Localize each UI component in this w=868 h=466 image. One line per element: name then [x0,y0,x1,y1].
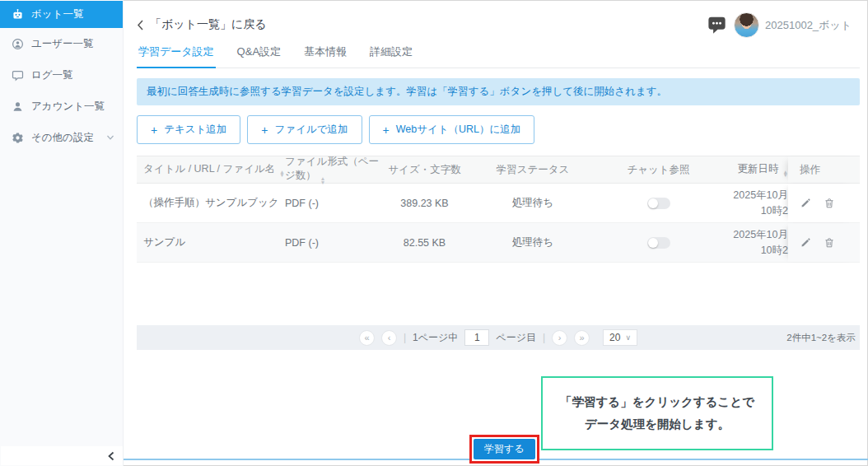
pagination-summary: 2件中1~2を表示 [786,332,860,344]
cell-updated: 2025年10月10時2 [714,227,788,259]
plus-icon: + [151,126,157,134]
sidebar-item-logs[interactable]: ログ一覧 [0,59,123,91]
learning-data-table: タイトル / URL / ファイル名▲▼ ファイル形式（ページ数）▲▼ サイズ・… [137,156,860,350]
callout-line1: 「学習する」をクリックすることで [560,391,754,413]
column-header-format[interactable]: ファイル形式（ページ数）▲▼ [285,155,386,184]
back-link-label: 「ボット一覧」に戻る [150,17,267,32]
sidebar: ボット一覧 ユーザー一覧 ログ一覧 アカウント一覧 その他の設定 [0,0,124,466]
first-page-button[interactable]: « [359,330,375,346]
account-icon [12,100,24,113]
column-header-chat-ref: チャット参照 [603,163,714,177]
sidebar-item-label: ボット一覧 [31,7,83,21]
add-text-label: テキスト追加 [164,123,226,137]
pagination-controls: « ‹ | 1ページ中 ページ目 | › » 20 ∨ [359,329,637,346]
add-text-button[interactable]: + テキスト追加 [137,115,240,144]
page-size-value: 20 [609,332,620,343]
info-banner: 最初に回答生成時に参照する学習データを設定します。学習は「学習する」ボタンを押し… [137,78,860,105]
edit-icon[interactable] [800,198,811,209]
chevron-down-icon: ∨ [625,333,631,342]
sidebar-item-other-settings[interactable]: その他の設定 [0,122,123,153]
sidebar-collapse-bar [1,446,123,465]
table-header-row: タイトル / URL / ファイル名▲▼ ファイル形式（ページ数）▲▼ サイズ・… [137,156,860,184]
cell-format: PDF (-) [285,198,386,209]
add-file-button[interactable]: + ファイルで追加 [247,115,362,144]
sidebar-item-accounts[interactable]: アカウント一覧 [0,91,123,122]
column-header-size: サイズ・文字数 [386,163,463,177]
cell-size: 389.23 KB [386,198,463,209]
add-file-label: ファイルで追加 [275,123,348,137]
cell-title: （操作手順）サンプルブック [137,196,285,210]
page-size-select[interactable]: 20 ∨ [603,329,637,346]
cell-updated: 2025年10月10時2 [714,188,788,219]
callout-line2: データ処理を開始します。 [585,413,730,436]
sort-icon: ▲▼ [279,170,284,178]
pages-total-label: 1ページ中 [413,331,458,345]
sidebar-item-label: ログ一覧 [31,68,73,82]
tab-learning-data[interactable]: 学習データ設定 [137,44,216,68]
gear-icon [12,132,24,144]
tab-bar: 学習データ設定 Q&A設定 基本情報 詳細設定 [137,44,860,68]
cell-chat-ref [603,198,714,209]
cell-format: PDF (-) [285,237,386,249]
last-page-button[interactable]: » [574,330,590,346]
bot-name: 20251002_ボット [765,18,852,33]
separator: | [404,332,406,343]
add-website-label: Webサイト（URL）に追加 [396,123,521,137]
sidebar-item-label: ユーザー一覧 [31,37,94,51]
sidebar-item-users[interactable]: ユーザー一覧 [0,28,123,59]
column-header-title[interactable]: タイトル / URL / ファイル名▲▼ [137,162,285,178]
bot-avatar[interactable] [734,12,759,38]
edit-icon[interactable] [800,237,811,249]
annotation-red-box: 学習する [469,435,539,464]
table-empty-space [137,263,860,325]
annotation-callout: 「学習する」をクリックすることで データ処理を開始します。 [541,376,773,450]
column-header-updated[interactable]: 更新日時▲▼ [714,162,788,178]
header-user-cluster: 20251002_ボット [706,12,852,38]
delete-icon[interactable] [824,237,835,249]
column-header-operations: 操作 [788,156,860,183]
sidebar-item-bots[interactable]: ボット一覧 [0,1,123,28]
tab-qa-settings[interactable]: Q&A設定 [236,44,282,68]
cell-title: サンプル [137,235,285,249]
table-row: サンプル PDF (-) 82.55 KB 処理待ち 2025年10月10時2 [137,223,860,263]
plus-icon: + [383,126,390,134]
sidebar-item-label: アカウント一覧 [31,100,105,114]
page-number-input[interactable] [464,329,489,346]
collapse-chevron-icon[interactable] [107,451,115,461]
chat-log-icon [12,69,24,82]
tab-advanced-settings[interactable]: 詳細設定 [368,44,414,68]
main-content: 「ボット一覧」に戻る 20251002_ボット 学習データ設定 Q&A設定 基本… [124,0,868,466]
page-suffix-label: ページ目 [496,331,536,345]
prev-page-button[interactable]: ‹ [381,330,397,346]
cell-operations [788,223,860,262]
plus-icon: + [261,126,268,134]
cell-status: 処理待ち [463,196,603,210]
cell-operations [788,184,860,222]
delete-icon[interactable] [824,198,835,209]
chat-bubble-icon[interactable] [706,14,728,36]
cell-status: 処理待ち [463,235,603,249]
table-row: （操作手順）サンプルブック PDF (-) 389.23 KB 処理待ち 202… [137,184,860,223]
learn-button[interactable]: 学習する [474,439,535,459]
pagination-bar: « ‹ | 1ページ中 ページ目 | › » 20 ∨ 2件中1~2を表示 [137,325,860,350]
chat-ref-toggle[interactable] [647,198,670,209]
user-circle-icon [12,38,24,50]
chevron-down-icon [106,133,114,142]
robot-icon [12,8,24,21]
column-header-status: 学習ステータス [463,163,603,177]
back-chevron-icon [137,20,144,30]
add-website-button[interactable]: + Webサイト（URL）に追加 [369,115,535,144]
tab-basic-info[interactable]: 基本情報 [302,44,348,68]
sidebar-item-label: その他の設定 [31,131,94,145]
toolbar: + テキスト追加 + ファイルで追加 + Webサイト（URL）に追加 [137,115,860,144]
cell-size: 82.55 KB [386,237,463,249]
next-page-button[interactable]: › [552,330,567,346]
chat-ref-toggle[interactable] [647,237,670,249]
cell-chat-ref [603,237,714,249]
separator: | [543,332,545,343]
sort-icon: ▲▼ [320,177,325,184]
back-link[interactable]: 「ボット一覧」に戻る [137,0,267,32]
